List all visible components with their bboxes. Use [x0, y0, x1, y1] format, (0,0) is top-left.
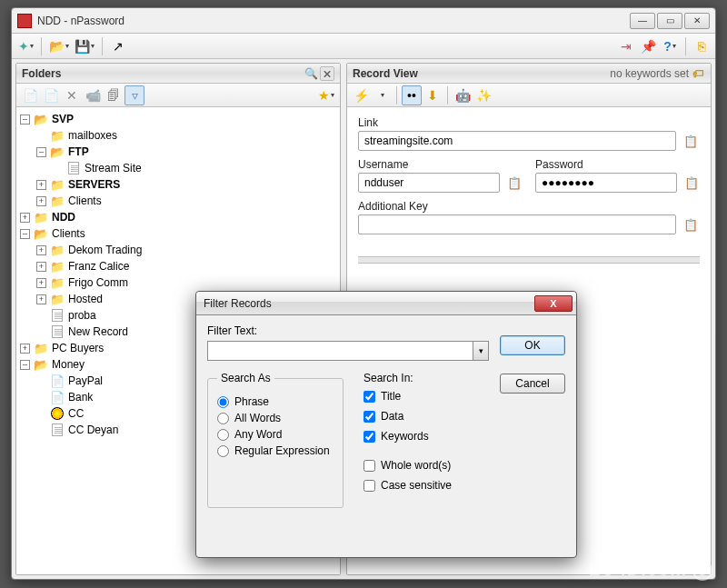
record-toolbar: ⚡ ▾ •• ⬇ 🤖 ✨ [347, 84, 711, 107]
save-button[interactable]: 💾▾ [73, 36, 96, 56]
password-input[interactable] [535, 173, 677, 193]
link-input[interactable] [358, 131, 676, 151]
record-title: Record View [353, 67, 418, 80]
filter-text-label: Filter Text: [207, 324, 489, 337]
lightning-dropdown[interactable]: ▾ [372, 85, 392, 105]
dialog-body: Filter Text: ▾ OK Cancel Search As Phras… [196, 315, 576, 557]
radiation-icon [51, 407, 64, 420]
titlebar: NDD - nPassword — ▭ ✕ [12, 8, 715, 34]
tree-node-ftp[interactable]: –📂FTP [36, 144, 336, 160]
record-divider [358, 256, 700, 264]
search-as-legend: Search As [217, 372, 274, 384]
toolbar-separator [447, 86, 448, 105]
lightning-button[interactable]: ⚡ [351, 85, 371, 105]
main-toolbar: ✦▾ 📂▾ 💾▾ ↗ ⇥ 📌 ?▾ ⎘ [12, 34, 715, 59]
maximize-button[interactable]: ▭ [657, 13, 682, 29]
new-button[interactable]: ✦▾ [15, 36, 35, 56]
tree-node-svp[interactable]: –📂SVP [20, 111, 336, 127]
username-input[interactable] [358, 173, 500, 193]
checkbox-title[interactable]: Title [364, 390, 452, 403]
copy-username-button[interactable]: 📋 [505, 173, 523, 193]
additional-key-label: Additional Key [358, 200, 700, 213]
external-button[interactable]: ↗ [108, 36, 128, 56]
radio-all-words[interactable]: All Words [217, 412, 334, 424]
checkbox-data[interactable]: Data [364, 410, 452, 423]
new-note-button[interactable]: 📄 [41, 85, 61, 105]
folders-title: Folders [22, 67, 61, 80]
copy-password-button[interactable]: 📋 [682, 173, 700, 193]
tree-node-dekom[interactable]: +📁Dekom Trading [36, 242, 336, 258]
window-title: NDD - nPassword [37, 15, 628, 27]
delete-button[interactable]: ✕ [62, 85, 82, 105]
collapse-icon[interactable]: ⨯ [320, 66, 334, 81]
copy-button[interactable]: 🗐 [104, 85, 124, 105]
filter-text-combo[interactable]: ▾ [207, 341, 489, 361]
tree-node-mailboxes[interactable]: 📁mailboxes [36, 127, 336, 144]
username-field: Username 📋 [358, 158, 523, 193]
wand-button[interactable]: ✨ [473, 85, 493, 105]
search-in-label: Search In: [364, 372, 452, 384]
document-icon [52, 309, 63, 322]
checkbox-case-sensitive[interactable]: Case sensitive [364, 479, 452, 492]
username-label: Username [358, 158, 523, 171]
tree-node-servers[interactable]: +📁SERVERS [36, 176, 336, 193]
copyright-icon: C [692, 561, 712, 581]
dialog-titlebar[interactable]: Filter Records X [196, 292, 576, 315]
tree-node-clients[interactable]: +📁Clients [36, 193, 336, 209]
search-icon[interactable]: 🔍 [304, 66, 318, 81]
dialog-title: Filter Records [204, 297, 272, 310]
app-icon [17, 14, 32, 28]
filter-text-input[interactable] [207, 341, 473, 361]
password-label: Password [535, 158, 700, 171]
toolbar-separator [685, 37, 686, 55]
checkbox-keywords[interactable]: Keywords [364, 430, 452, 443]
dialog-close-button[interactable]: X [534, 295, 573, 312]
radio-phrase[interactable]: Phrase [217, 395, 334, 408]
tree-node-frigo[interactable]: +📁Frigo Comm [36, 274, 336, 291]
toolbar-separator [102, 37, 103, 55]
cut-button[interactable]: 📹 [83, 85, 103, 105]
link-field: Link 📋 [358, 116, 700, 151]
watermark: LO4D.comC [589, 559, 712, 581]
close-button[interactable]: ✕ [684, 13, 710, 29]
radio-any-word[interactable]: Any Word [217, 428, 334, 441]
copy-addkey-button[interactable]: 📋 [682, 214, 700, 234]
tree-node-stream-site[interactable]: Stream Site [53, 160, 336, 176]
new-folder-button[interactable]: 📄 [20, 85, 40, 105]
record-header: Record View no keywords set 🏷 [347, 64, 711, 84]
tree-node-franz[interactable]: +📁Franz Calice [36, 258, 336, 274]
toolbar-separator [41, 37, 42, 55]
password-field: Password 📋 [535, 158, 700, 193]
minimize-button[interactable]: — [630, 13, 655, 29]
additional-key-field: Additional Key 📋 [358, 200, 700, 234]
tree-node-ndd[interactable]: +📁NDD [20, 209, 336, 225]
folders-header: Folders 🔍 ⨯ [16, 64, 340, 84]
open-button[interactable]: 📂▾ [47, 36, 71, 56]
show-password-button[interactable]: •• [402, 85, 422, 105]
checkbox-whole-words[interactable]: Whole word(s) [364, 459, 452, 472]
cancel-button[interactable]: Cancel [500, 374, 565, 394]
tree-node-ndd-clients[interactable]: –📂Clients [20, 225, 336, 242]
combo-dropdown-button[interactable]: ▾ [473, 341, 489, 361]
download-button[interactable]: ⬇ [423, 85, 443, 105]
tag-icon[interactable]: 🏷 [691, 66, 705, 81]
favorite-button[interactable]: ★▾ [316, 85, 336, 105]
record-form: Link 📋 Username 📋 Pas [347, 107, 711, 264]
link-label: Link [358, 116, 700, 129]
filter-button[interactable]: ▿ [124, 85, 144, 105]
document-icon [52, 424, 63, 436]
folders-toolbar: 📄 📄 ✕ 📹 🗐 ▿ ★▾ [16, 84, 340, 107]
robot-button[interactable]: 🤖 [453, 85, 473, 105]
toolbar-separator [396, 86, 397, 105]
additional-key-input[interactable] [358, 214, 676, 234]
pin-button[interactable]: 📌 [638, 36, 658, 56]
help-button[interactable]: ?▾ [660, 36, 680, 56]
document-icon [52, 325, 63, 338]
ok-button[interactable]: OK [500, 335, 565, 355]
document-icon [68, 162, 79, 174]
filter-dialog: Filter Records X Filter Text: ▾ OK Cance… [195, 291, 577, 558]
dock-button[interactable]: ⇥ [616, 36, 636, 56]
exit-button[interactable]: ⎘ [692, 36, 712, 56]
copy-link-button[interactable]: 📋 [682, 131, 700, 151]
radio-regex[interactable]: Regular Expression [217, 444, 334, 457]
